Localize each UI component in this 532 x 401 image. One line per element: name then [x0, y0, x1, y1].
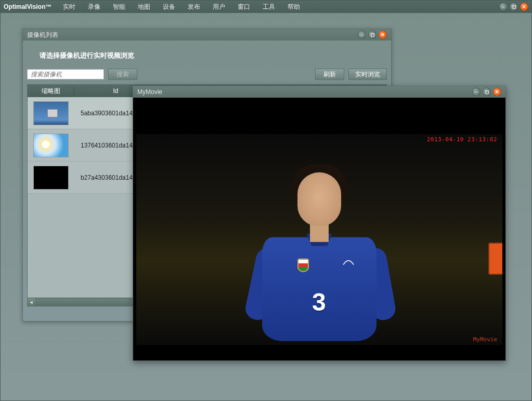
jersey-crest-icon: [297, 259, 309, 272]
menu-map[interactable]: 地图: [132, 3, 157, 11]
menu-tools[interactable]: 工具: [256, 3, 281, 11]
main-body: 摄像机列表 – ◻ ✕ 请选择摄像机进行实时视频浏览 搜索 刷新 实时浏览: [1, 13, 531, 400]
movie-body: 2013-04-10 23:13:02 3 MyMovi: [133, 98, 505, 360]
live-preview-button[interactable]: 实时浏览: [348, 69, 387, 80]
search-button[interactable]: 搜索: [108, 69, 137, 80]
menu-device[interactable]: 设备: [157, 3, 181, 11]
camlist-minimize-button[interactable]: –: [358, 31, 366, 39]
video-watermark: MyMovie: [473, 336, 497, 343]
brand-logo-icon: [342, 259, 355, 266]
menu-record[interactable]: 录像: [82, 3, 107, 11]
menu-publish[interactable]: 发布: [181, 3, 206, 11]
menu-bar: 实时 录像 智能 地图 设备 发布 用户 窗口 工具 帮助: [57, 3, 306, 11]
player-figure: 3: [236, 157, 403, 344]
movie-maximize-button[interactable]: ◻: [483, 88, 491, 96]
menu-window[interactable]: 窗口: [231, 3, 256, 11]
camera-list-prompt: 请选择摄像机进行实时视频浏览: [27, 46, 387, 68]
scroll-left-arrow-icon[interactable]: ◄: [28, 298, 35, 306]
menu-user[interactable]: 用户: [206, 3, 231, 11]
menu-realtime[interactable]: 实时: [57, 3, 82, 11]
camera-list-title: 摄像机列表: [27, 31, 58, 39]
background-light: [489, 243, 502, 274]
camlist-close-button[interactable]: ✕: [379, 31, 387, 39]
main-minimize-button[interactable]: –: [499, 3, 508, 11]
main-window: OptimalVision™ 实时 录像 智能 地图 设备 发布 用户 窗口 工…: [0, 0, 532, 401]
search-input[interactable]: [27, 69, 104, 79]
camera-list-toolbar: 搜索 刷新 实时浏览: [27, 68, 387, 84]
main-close-button[interactable]: ✕: [520, 3, 528, 11]
movie-window: MyMovie – ◻ ✕ 2013-04-10 23:13:02: [133, 86, 506, 361]
app-brand: OptimalVision™: [4, 3, 51, 10]
col-thumbnail[interactable]: 缩略图: [28, 87, 74, 96]
thumbnail-icon: [33, 133, 69, 157]
video-frame: 2013-04-10 23:13:02 3 MyMovi: [136, 134, 502, 345]
menu-help[interactable]: 帮助: [281, 3, 306, 11]
thumbnail-icon: [33, 166, 69, 190]
movie-minimize-button[interactable]: –: [472, 88, 481, 96]
main-titlebar: OptimalVision™ 实时 录像 智能 地图 设备 发布 用户 窗口 工…: [1, 1, 531, 13]
movie-title: MyMovie: [137, 88, 162, 96]
video-timestamp: 2013-04-10 23:13:02: [427, 136, 497, 143]
camera-list-titlebar[interactable]: 摄像机列表 – ◻ ✕: [23, 29, 391, 41]
thumbnail-icon: [33, 101, 69, 125]
refresh-button[interactable]: 刷新: [315, 69, 344, 80]
menu-smart[interactable]: 智能: [107, 3, 132, 11]
camlist-maximize-button[interactable]: ◻: [368, 31, 377, 39]
jersey-number: 3: [312, 288, 326, 316]
movie-close-button[interactable]: ✕: [493, 88, 501, 96]
main-maximize-button[interactable]: ◻: [510, 3, 518, 11]
movie-titlebar[interactable]: MyMovie – ◻ ✕: [133, 86, 505, 98]
